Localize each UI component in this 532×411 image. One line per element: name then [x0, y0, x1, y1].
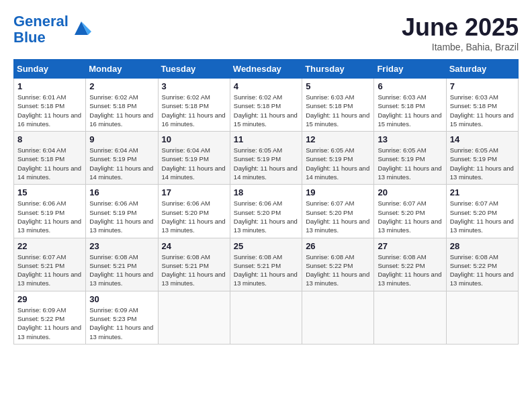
week-row-1: 1Sunrise: 6:01 AM Sunset: 5:18 PM Daylig…	[14, 79, 519, 132]
day-number: 1	[17, 81, 82, 91]
day-number: 9	[89, 134, 154, 144]
day-cell-25: 25Sunrise: 6:08 AM Sunset: 5:21 PM Dayli…	[230, 238, 302, 291]
week-row-2: 8Sunrise: 6:04 AM Sunset: 5:18 PM Daylig…	[14, 132, 519, 185]
day-number: 22	[17, 241, 82, 251]
day-cell-21: 21Sunrise: 6:07 AM Sunset: 5:20 PM Dayli…	[446, 185, 518, 238]
day-cell-23: 23Sunrise: 6:08 AM Sunset: 5:21 PM Dayli…	[86, 238, 158, 291]
day-info: Sunrise: 6:05 AM Sunset: 5:19 PM Dayligh…	[234, 146, 298, 181]
day-cell-16: 16Sunrise: 6:06 AM Sunset: 5:19 PM Dayli…	[86, 185, 158, 238]
logo-icon	[71, 18, 91, 38]
day-cell-3: 3Sunrise: 6:02 AM Sunset: 5:18 PM Daylig…	[158, 79, 230, 132]
day-cell-19: 19Sunrise: 6:07 AM Sunset: 5:20 PM Dayli…	[302, 185, 374, 238]
day-info: Sunrise: 6:08 AM Sunset: 5:22 PM Dayligh…	[306, 253, 370, 288]
day-info: Sunrise: 6:09 AM Sunset: 5:23 PM Dayligh…	[89, 306, 154, 341]
week-row-4: 22Sunrise: 6:07 AM Sunset: 5:21 PM Dayli…	[14, 238, 519, 291]
col-header-wednesday: Wednesday	[230, 60, 302, 79]
day-number: 13	[378, 134, 442, 144]
day-cell-5: 5Sunrise: 6:03 AM Sunset: 5:18 PM Daylig…	[302, 79, 374, 132]
day-cell-20: 20Sunrise: 6:07 AM Sunset: 5:20 PM Dayli…	[374, 185, 446, 238]
day-number: 27	[378, 241, 442, 251]
day-cell-27: 27Sunrise: 6:08 AM Sunset: 5:22 PM Dayli…	[374, 238, 446, 291]
day-number: 5	[306, 81, 370, 91]
day-number: 21	[450, 187, 515, 197]
col-header-sunday: Sunday	[14, 60, 86, 79]
day-info: Sunrise: 6:05 AM Sunset: 5:19 PM Dayligh…	[378, 146, 442, 181]
day-number: 25	[234, 241, 298, 251]
day-info: Sunrise: 6:06 AM Sunset: 5:20 PM Dayligh…	[162, 199, 226, 234]
col-header-thursday: Thursday	[302, 60, 374, 79]
title-area: June 2025 Itambe, Bahia, Brazil	[402, 13, 519, 52]
day-info: Sunrise: 6:09 AM Sunset: 5:22 PM Dayligh…	[17, 306, 82, 341]
day-number: 15	[17, 187, 82, 197]
day-info: Sunrise: 6:08 AM Sunset: 5:22 PM Dayligh…	[450, 253, 515, 288]
day-number: 23	[89, 241, 154, 251]
header: General Blue June 2025 Itambe, Bahia, Br…	[13, 13, 519, 52]
day-cell-10: 10Sunrise: 6:04 AM Sunset: 5:19 PM Dayli…	[158, 132, 230, 185]
day-cell-4: 4Sunrise: 6:02 AM Sunset: 5:18 PM Daylig…	[230, 79, 302, 132]
day-info: Sunrise: 6:01 AM Sunset: 5:18 PM Dayligh…	[17, 93, 82, 128]
logo-text: General Blue	[13, 13, 69, 46]
day-cell-24: 24Sunrise: 6:08 AM Sunset: 5:21 PM Dayli…	[158, 238, 230, 291]
day-number: 12	[306, 134, 370, 144]
day-info: Sunrise: 6:07 AM Sunset: 5:20 PM Dayligh…	[450, 199, 515, 234]
col-header-tuesday: Tuesday	[158, 60, 230, 79]
logo: General Blue	[13, 13, 91, 46]
col-header-saturday: Saturday	[446, 60, 518, 79]
day-number: 7	[450, 81, 515, 91]
day-cell-11: 11Sunrise: 6:05 AM Sunset: 5:19 PM Dayli…	[230, 132, 302, 185]
month-title: June 2025	[402, 13, 519, 42]
day-info: Sunrise: 6:04 AM Sunset: 5:18 PM Dayligh…	[17, 146, 82, 181]
day-cell-30: 30Sunrise: 6:09 AM Sunset: 5:23 PM Dayli…	[86, 291, 158, 344]
day-number: 6	[378, 81, 442, 91]
week-row-3: 15Sunrise: 6:06 AM Sunset: 5:19 PM Dayli…	[14, 185, 519, 238]
day-info: Sunrise: 6:06 AM Sunset: 5:19 PM Dayligh…	[89, 199, 154, 234]
day-cell-29: 29Sunrise: 6:09 AM Sunset: 5:22 PM Dayli…	[14, 291, 86, 344]
day-info: Sunrise: 6:03 AM Sunset: 5:18 PM Dayligh…	[450, 93, 515, 128]
day-number: 18	[234, 187, 298, 197]
day-number: 24	[162, 241, 226, 251]
day-number: 28	[450, 241, 515, 251]
day-cell-1: 1Sunrise: 6:01 AM Sunset: 5:18 PM Daylig…	[14, 79, 86, 132]
day-number: 30	[89, 294, 154, 304]
day-info: Sunrise: 6:05 AM Sunset: 5:19 PM Dayligh…	[450, 146, 515, 181]
day-cell-15: 15Sunrise: 6:06 AM Sunset: 5:19 PM Dayli…	[14, 185, 86, 238]
day-info: Sunrise: 6:08 AM Sunset: 5:21 PM Dayligh…	[162, 253, 226, 288]
col-header-monday: Monday	[86, 60, 158, 79]
day-info: Sunrise: 6:07 AM Sunset: 5:21 PM Dayligh…	[17, 253, 82, 288]
day-info: Sunrise: 6:03 AM Sunset: 5:18 PM Dayligh…	[306, 93, 370, 128]
day-cell-14: 14Sunrise: 6:05 AM Sunset: 5:19 PM Dayli…	[446, 132, 518, 185]
day-cell-12: 12Sunrise: 6:05 AM Sunset: 5:19 PM Dayli…	[302, 132, 374, 185]
day-info: Sunrise: 6:07 AM Sunset: 5:20 PM Dayligh…	[306, 199, 370, 234]
day-cell-28: 28Sunrise: 6:08 AM Sunset: 5:22 PM Dayli…	[446, 238, 518, 291]
day-number: 8	[17, 134, 82, 144]
day-info: Sunrise: 6:06 AM Sunset: 5:20 PM Dayligh…	[234, 199, 298, 234]
day-number: 19	[306, 187, 370, 197]
logo-line1: General	[13, 13, 69, 30]
day-info: Sunrise: 6:05 AM Sunset: 5:19 PM Dayligh…	[306, 146, 370, 181]
day-info: Sunrise: 6:02 AM Sunset: 5:18 PM Dayligh…	[234, 93, 298, 128]
day-cell-7: 7Sunrise: 6:03 AM Sunset: 5:18 PM Daylig…	[446, 79, 518, 132]
day-number: 11	[234, 134, 298, 144]
logo-line2: Blue	[13, 29, 46, 46]
day-cell-2: 2Sunrise: 6:02 AM Sunset: 5:18 PM Daylig…	[86, 79, 158, 132]
day-info: Sunrise: 6:08 AM Sunset: 5:21 PM Dayligh…	[89, 253, 154, 288]
col-header-friday: Friday	[374, 60, 446, 79]
day-number: 4	[234, 81, 298, 91]
day-cell-9: 9Sunrise: 6:04 AM Sunset: 5:19 PM Daylig…	[86, 132, 158, 185]
day-number: 14	[450, 134, 515, 144]
day-info: Sunrise: 6:02 AM Sunset: 5:18 PM Dayligh…	[162, 93, 226, 128]
day-cell-26: 26Sunrise: 6:08 AM Sunset: 5:22 PM Dayli…	[302, 238, 374, 291]
day-cell-17: 17Sunrise: 6:06 AM Sunset: 5:20 PM Dayli…	[158, 185, 230, 238]
week-row-5: 29Sunrise: 6:09 AM Sunset: 5:22 PM Dayli…	[14, 291, 519, 344]
day-cell-13: 13Sunrise: 6:05 AM Sunset: 5:19 PM Dayli…	[374, 132, 446, 185]
day-info: Sunrise: 6:08 AM Sunset: 5:22 PM Dayligh…	[378, 253, 442, 288]
empty-cell	[446, 291, 518, 344]
day-number: 26	[306, 241, 370, 251]
day-cell-22: 22Sunrise: 6:07 AM Sunset: 5:21 PM Dayli…	[14, 238, 86, 291]
day-info: Sunrise: 6:08 AM Sunset: 5:21 PM Dayligh…	[234, 253, 298, 288]
empty-cell	[374, 291, 446, 344]
header-row: SundayMondayTuesdayWednesdayThursdayFrid…	[14, 60, 519, 79]
calendar: SundayMondayTuesdayWednesdayThursdayFrid…	[13, 59, 519, 345]
day-info: Sunrise: 6:06 AM Sunset: 5:19 PM Dayligh…	[17, 199, 82, 234]
empty-cell	[302, 291, 374, 344]
